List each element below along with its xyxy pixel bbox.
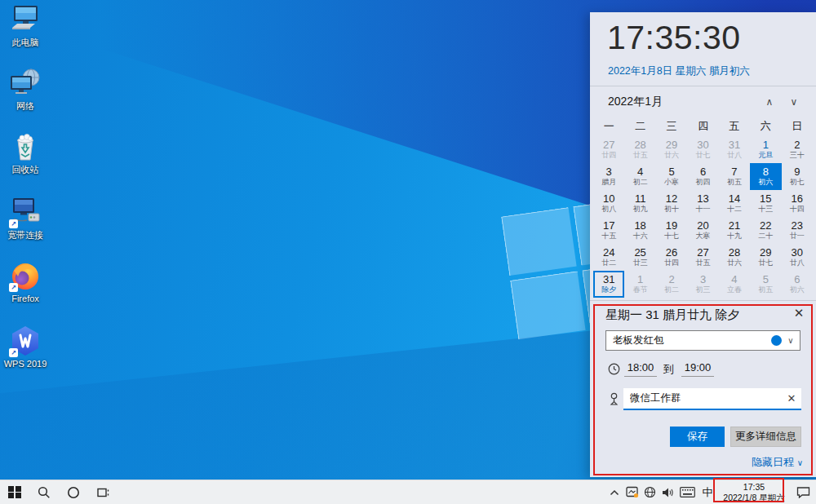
calendar-day[interactable]: 4初二 [624, 163, 655, 190]
windows-start-icon [8, 486, 21, 499]
calendar-day[interactable]: 1元旦 [750, 136, 781, 163]
calendar-weekdays: 一二三四五六日 [593, 118, 813, 135]
calendar-day[interactable]: 19十七 [656, 217, 687, 244]
hide-agenda-link[interactable]: 隐藏日程 ∨ [752, 455, 803, 470]
firefox-icon: ↗ [9, 259, 42, 292]
shortcut-arrow-badge: ↗ [9, 283, 18, 292]
taskbar-clock[interactable]: 17:35 2022/1/8 星期六 [719, 482, 789, 503]
calendar-grid: 27廿四28廿五29廿六30廿七31廿八1元旦2三十3腊月4初二5小寒6初四7初… [593, 136, 813, 298]
calendar-day[interactable]: 28廿五 [624, 136, 655, 163]
search-button[interactable] [29, 480, 59, 504]
event-to-label: 到 [663, 362, 674, 377]
calendar-day[interactable]: 30廿八 [782, 244, 813, 271]
flyout-time: 17:35:30 [607, 19, 741, 57]
calendar-day[interactable]: 5初五 [750, 271, 781, 298]
calendar-day[interactable]: 25廿三 [624, 244, 655, 271]
calendar-day[interactable]: 22二十 [750, 217, 781, 244]
calendar-day[interactable]: 24廿二 [593, 244, 624, 271]
desktop-icon-firefox[interactable]: ↗ Firefox [2, 259, 49, 303]
calendar-day[interactable]: 11初九 [624, 190, 655, 217]
volume-icon[interactable] [661, 484, 675, 502]
calendar-day[interactable]: 31廿八 [719, 136, 750, 163]
calendar-day[interactable]: 27廿四 [593, 136, 624, 163]
calendar-day[interactable]: 30廿七 [687, 136, 718, 163]
task-view-icon [96, 486, 110, 499]
calendar-day[interactable]: 6初六 [782, 271, 813, 298]
divider [590, 300, 816, 301]
desktop-icon-label: WPS 2019 [2, 359, 49, 369]
event-name-input[interactable] [606, 335, 771, 347]
weekday-label: 日 [782, 118, 813, 135]
desktop-icon-network[interactable]: 网络 [2, 67, 49, 111]
flyout-date-link[interactable]: 2022年1月8日 星期六 腊月初六 [608, 64, 750, 78]
save-button[interactable]: 保存 [670, 427, 725, 447]
calendar-next-month-chevron-down-icon[interactable]: ∨ [782, 96, 806, 108]
calendar-day[interactable]: 3腊月 [593, 163, 624, 190]
event-start-time[interactable]: 18:00 [624, 361, 657, 377]
calendar-day[interactable]: 9初七 [782, 163, 813, 190]
calendar-day[interactable]: 26廿四 [656, 244, 687, 271]
calendar-day[interactable]: 27廿五 [687, 244, 718, 271]
calendar-day[interactable]: 10初八 [593, 190, 624, 217]
desktop-icon-recycle-bin[interactable]: 回收站 [2, 130, 49, 175]
calendar-prev-month-chevron-up-icon[interactable]: ∧ [757, 96, 782, 108]
calendar-day[interactable]: 29廿七 [750, 244, 781, 271]
calendar-day[interactable]: 28廿六 [719, 244, 750, 271]
shortcut-arrow-badge: ↗ [9, 219, 18, 228]
calendar-day[interactable]: 17十五 [593, 217, 624, 244]
location-pin-icon [608, 392, 620, 409]
cortana-button[interactable] [59, 480, 88, 504]
task-view-button[interactable] [88, 480, 118, 504]
event-color-chevron-down-icon[interactable]: ∨ [782, 336, 800, 345]
weekday-label: 四 [687, 118, 718, 135]
calendar-day[interactable]: 2初二 [656, 271, 687, 298]
broadband-connection-icon: ↗ [9, 196, 42, 228]
action-center-button[interactable] [793, 484, 813, 502]
more-details-button[interactable]: 更多详细信息 [730, 427, 801, 447]
calendar-day[interactable]: 7初五 [719, 163, 750, 190]
taskbar-time: 17:35 [719, 482, 789, 493]
calendar-day[interactable]: 8初六 [750, 163, 781, 190]
network-globe-icon[interactable] [643, 484, 657, 502]
calendar-day[interactable]: 2三十 [782, 136, 813, 163]
calendar-day[interactable]: 13十一 [687, 190, 718, 217]
clock-icon [608, 363, 620, 378]
calendar-day[interactable]: 12初十 [656, 190, 687, 217]
ime-indicator[interactable]: 中 [700, 485, 715, 500]
desktop-icon-broadband[interactable]: ↗ 宽带连接 [2, 196, 49, 240]
calendar-day[interactable]: 16十四 [782, 190, 813, 217]
divider [590, 86, 816, 86]
event-location-input[interactable] [623, 393, 782, 405]
calendar-day[interactable]: 20大寒 [687, 217, 718, 244]
calendar-day[interactable]: 31除夕 [593, 271, 624, 298]
touch-keyboard-icon[interactable] [679, 484, 696, 502]
event-name-field-wrap: ∨ [605, 330, 800, 351]
calendar-day[interactable]: 1春节 [624, 271, 655, 298]
calendar-day[interactable]: 5小寒 [656, 163, 687, 190]
start-button[interactable] [0, 480, 29, 504]
weekday-label: 三 [656, 118, 687, 135]
event-end-time[interactable]: 19:00 [681, 361, 714, 377]
calendar-day[interactable]: 23廿一 [782, 217, 813, 244]
event-panel-title: 星期一 31 腊月廿九 除夕 [605, 307, 739, 323]
calendar-month-label[interactable]: 2022年1月 [608, 95, 757, 109]
calendar-day[interactable]: 14十二 [719, 190, 750, 217]
clear-location-icon[interactable]: ✕ [782, 392, 801, 405]
event-location-field-wrap: ✕ [623, 388, 801, 410]
action-center-icon [796, 486, 810, 498]
calendar-day[interactable]: 29廿六 [656, 136, 687, 163]
desktop-icon-wps[interactable]: ↗ WPS 2019 [2, 325, 49, 369]
taskbar-date: 2022/1/8 星期六 [719, 493, 789, 503]
show-hidden-icons-chevron[interactable] [607, 484, 621, 502]
calendar-day[interactable]: 4立春 [719, 271, 750, 298]
weekday-label: 二 [624, 118, 655, 135]
close-icon[interactable]: ✕ [792, 306, 806, 321]
calendar-day[interactable]: 6初四 [687, 163, 718, 190]
desktop-icon-this-pc[interactable]: 此电脑 [2, 3, 49, 47]
news-interests-icon[interactable] [625, 484, 639, 502]
recycle-bin-icon [9, 130, 42, 163]
calendar-day[interactable]: 18十六 [624, 217, 655, 244]
calendar-day[interactable]: 15十三 [750, 190, 781, 217]
calendar-day[interactable]: 3初三 [687, 271, 718, 298]
calendar-day[interactable]: 21十九 [719, 217, 750, 244]
